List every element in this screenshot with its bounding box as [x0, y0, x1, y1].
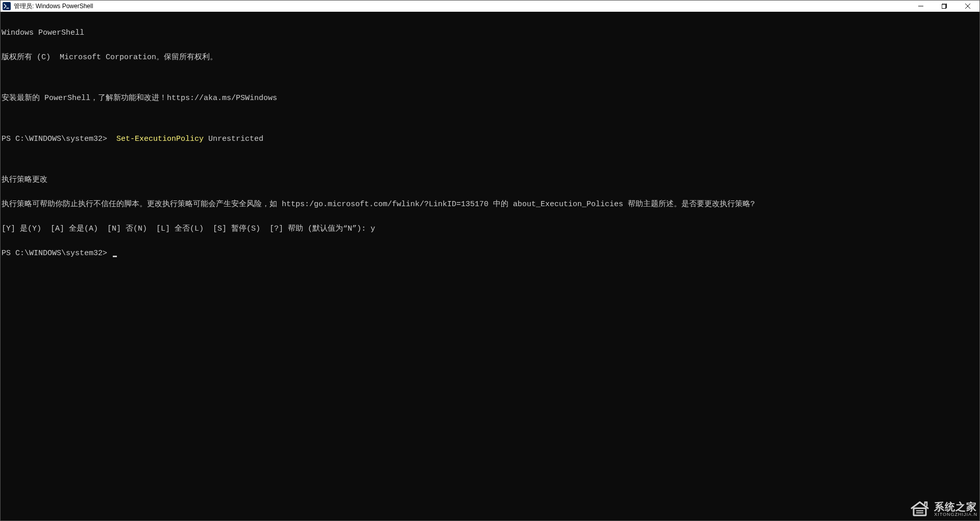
close-button[interactable] [956, 1, 979, 12]
svg-rect-0 [3, 2, 11, 10]
terminal-line: PS C:\WINDOWS\system32> [2, 250, 979, 258]
terminal-line: PS C:\WINDOWS\system32> Set-ExecutionPol… [2, 135, 979, 143]
watermark-text: 系统之家 XITONGZHIJIA.N [934, 502, 977, 517]
prompt-prefix: PS C:\WINDOWS\system32> [2, 249, 112, 258]
terminal-line: 版权所有 (C) Microsoft Corporation。保留所有权利。 [2, 54, 979, 62]
svg-rect-8 [914, 508, 926, 515]
maximize-button[interactable] [933, 1, 956, 12]
house-icon [910, 500, 930, 518]
terminal-line: Windows PowerShell [2, 29, 979, 37]
terminal-line: 执行策略更改 [2, 176, 979, 184]
window-controls [909, 1, 979, 12]
powershell-window: 管理员: Windows PowerShell Windows PowerShe… [0, 0, 980, 521]
powershell-icon [3, 2, 11, 10]
minimize-button[interactable] [909, 1, 933, 12]
terminal-body[interactable]: Windows PowerShell 版权所有 (C) Microsoft Co… [1, 12, 979, 520]
terminal-line: 执行策略可帮助你防止执行不信任的脚本。更改执行策略可能会产生安全风险，如 htt… [2, 201, 979, 209]
titlebar[interactable]: 管理员: Windows PowerShell [1, 1, 979, 12]
window-title: 管理员: Windows PowerShell [14, 2, 93, 11]
watermark-title: 系统之家 [934, 502, 977, 512]
watermark: 系统之家 XITONGZHIJIA.N [910, 500, 977, 518]
terminal-line: 安装最新的 PowerShell，了解新功能和改进！https://aka.ms… [2, 94, 979, 103]
svg-rect-4 [942, 5, 946, 9]
watermark-subtitle: XITONGZHIJIA.N [934, 512, 977, 517]
command-arg: Unrestricted [204, 135, 263, 143]
terminal-line: [Y] 是(Y) [A] 全是(A) [N] 否(N) [L] 全否(L) [S… [2, 225, 979, 233]
cursor-icon [113, 256, 117, 257]
prompt-prefix: PS C:\WINDOWS\system32> [2, 135, 116, 143]
command-name: Set-ExecutionPolicy [116, 135, 204, 143]
